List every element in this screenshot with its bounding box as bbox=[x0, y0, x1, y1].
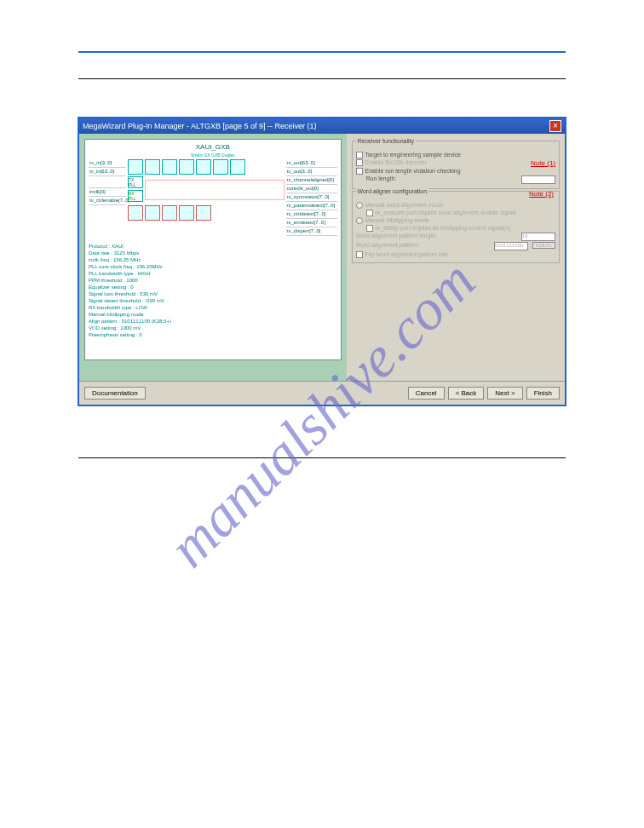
rx-pll-block: RX PLL bbox=[128, 190, 143, 202]
note-1: Note (1) bbox=[531, 159, 555, 167]
k285-button[interactable]: K28.5+ bbox=[532, 242, 555, 249]
wizard-button-row: Documentation Cancel < Back Next > Finis… bbox=[79, 381, 565, 405]
diagram-pane: XAUI_GXB Stratix GX GXB Duplex rx_in[3..… bbox=[79, 134, 347, 381]
enable-8b10b-checkbox[interactable] bbox=[356, 159, 363, 166]
wizard-window: MegaWizard Plug-In Manager - ALTGXB [pag… bbox=[78, 117, 566, 406]
rx-bitslip-checkbox[interactable] bbox=[366, 225, 373, 232]
manual-bitslip-label: Manual bitslipping mode bbox=[365, 217, 430, 223]
aligner-legend: Word aligner configuration bbox=[356, 188, 429, 194]
left-ports: rx_in[3..0] tx_in[63..0] inclk[0] tx_ctr… bbox=[89, 159, 126, 236]
enable-runlength-label: Enable run length violation checking bbox=[365, 168, 461, 174]
enable-8b10b-label: Enable 8b/10b decoder bbox=[365, 159, 427, 165]
rx-bitslip-label: rx_bitslip port implies all bitslipping … bbox=[376, 225, 511, 231]
diagram-stats: Protocol : XAUI Data rate : 3125 Mbps in… bbox=[89, 243, 337, 338]
manual-alignment-label: Manual word alignment mode bbox=[365, 202, 444, 208]
window-title: MegaWizard Plug-In Manager - ALTGXB [pag… bbox=[83, 122, 316, 130]
receiver-functionality-group: Receiver functionality Target to enginee… bbox=[352, 141, 561, 189]
manual-alignment-radio[interactable] bbox=[356, 202, 363, 209]
manual-bitslip-radio[interactable] bbox=[356, 217, 363, 224]
pattern-label: Word alignment pattern: bbox=[356, 242, 420, 248]
diagram-title: XAUI_GXB bbox=[89, 143, 337, 151]
block-diagram: XAUI_GXB Stratix GX GXB Duplex rx_in[3..… bbox=[84, 139, 342, 360]
target-device-checkbox[interactable] bbox=[356, 152, 363, 158]
rx-enacdet-label: rx_enacdet port implies word alignment e… bbox=[376, 210, 516, 216]
note-2: Note (2) bbox=[529, 190, 554, 198]
word-aligner-group: Word aligner configuration Note (2) Manu… bbox=[352, 191, 561, 263]
rule-blue-top bbox=[78, 51, 566, 53]
pattern-length-input[interactable]: 16 bbox=[521, 233, 555, 241]
enable-runlength-checkbox[interactable] bbox=[356, 168, 363, 175]
close-button[interactable]: × bbox=[549, 120, 561, 132]
options-pane: Receiver functionality Target to enginee… bbox=[347, 134, 566, 381]
finish-button[interactable]: Finish bbox=[526, 387, 560, 400]
flip-pattern-label: Flip word alignment pattern bits bbox=[365, 251, 448, 257]
cancel-button[interactable]: Cancel bbox=[408, 387, 445, 400]
back-button[interactable]: < Back bbox=[448, 387, 485, 400]
runlength-input[interactable] bbox=[521, 175, 555, 184]
pattern-length-label: Word alignment pattern length: bbox=[356, 233, 438, 239]
diagram-subtitle: Stratix GX GXB Duplex bbox=[89, 152, 337, 158]
rule-black-mid bbox=[78, 457, 566, 458]
receiver-legend: Receiver functionality bbox=[356, 138, 417, 144]
tx-pll-block: TX PLL bbox=[128, 176, 143, 188]
next-button[interactable]: Next > bbox=[487, 387, 522, 400]
target-device-label: Target to engineering sample device bbox=[365, 152, 461, 158]
pattern-input[interactable]: 0101111100 bbox=[494, 242, 528, 250]
rule-black-top bbox=[78, 78, 566, 79]
flip-pattern-checkbox[interactable] bbox=[356, 251, 363, 258]
titlebar: MegaWizard Plug-In Manager - ALTGXB [pag… bbox=[79, 118, 565, 134]
runlength-label: Run length: bbox=[366, 175, 397, 181]
documentation-button[interactable]: Documentation bbox=[84, 387, 146, 400]
right-ports: rx_out[63..0] tx_out[3..0] rx_channelali… bbox=[286, 159, 337, 236]
rx-enacdet-checkbox[interactable] bbox=[366, 210, 373, 216]
